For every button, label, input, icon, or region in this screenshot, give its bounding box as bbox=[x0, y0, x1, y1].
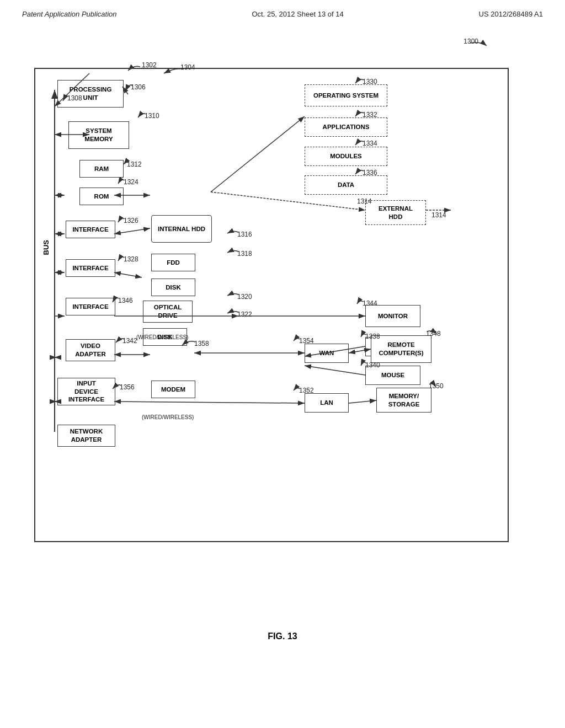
header-right: US 2012/268489 A1 bbox=[479, 10, 543, 18]
ref-1348: 1348 bbox=[426, 330, 441, 338]
header-left: Patent Application Publication bbox=[22, 10, 117, 18]
data-box: DATA bbox=[305, 175, 387, 195]
video-adapter-box: VIDEOADAPTER bbox=[66, 339, 115, 361]
processing-unit-box: PROCESSINGUNIT bbox=[57, 80, 124, 108]
ref-1342: 1342 bbox=[122, 337, 137, 345]
os-box: OPERATING SYSTEM bbox=[305, 84, 387, 106]
ref-1300: 1300 bbox=[463, 38, 478, 45]
ref-1318: 1318 bbox=[237, 250, 252, 258]
interface3-box: INTERFACE bbox=[66, 298, 115, 315]
outer-box-1302: BUS PROCESSINGUNIT SYSTEMMEMORY RAM ROM … bbox=[34, 68, 509, 542]
ref-1304: 1304 bbox=[180, 63, 195, 71]
wired-wireless-1: (WIRED/WIRELESS) bbox=[136, 334, 188, 340]
header: Patent Application Publication Oct. 25, … bbox=[0, 0, 565, 18]
ref-1354: 1354 bbox=[299, 337, 314, 345]
lan-box: LAN bbox=[305, 393, 349, 413]
rom-box: ROM bbox=[79, 188, 124, 205]
diagram-area: 1300 1302 BUS PROCESSINGUNIT SYSTEMMEMOR… bbox=[34, 35, 531, 614]
system-memory-box: SYSTEMMEMORY bbox=[68, 121, 129, 149]
ref-1326: 1326 bbox=[124, 217, 138, 224]
ref-1306: 1306 bbox=[131, 83, 146, 91]
ref-1314a: 1314 bbox=[357, 197, 372, 205]
figure-caption: FIG. 13 bbox=[268, 631, 297, 641]
ref-1338: 1338 bbox=[365, 333, 380, 340]
ref-1358: 1358 bbox=[194, 340, 209, 347]
optical-drive-box: OPTICALDRIVE bbox=[143, 301, 193, 323]
wired-wireless-2: (WIRED/WIRELESS) bbox=[142, 414, 194, 420]
page: Patent Application Publication Oct. 25, … bbox=[0, 0, 565, 728]
ref-1356: 1356 bbox=[120, 383, 135, 391]
ref-1316: 1316 bbox=[237, 231, 252, 238]
ref-1324: 1324 bbox=[124, 178, 138, 186]
ram-box: RAM bbox=[79, 160, 124, 178]
ref-1310: 1310 bbox=[145, 112, 159, 120]
external-hdd-box: EXTERNALHDD bbox=[365, 200, 426, 225]
ref-1312: 1312 bbox=[127, 160, 142, 168]
ref-1336: 1336 bbox=[363, 169, 377, 176]
ref-1322: 1322 bbox=[237, 311, 252, 318]
modem-box: MODEM bbox=[151, 381, 195, 398]
bus-label: BUS bbox=[42, 240, 50, 255]
disk1-box: DISK bbox=[151, 279, 195, 296]
interface2-box: INTERFACE bbox=[66, 259, 115, 277]
ref-1340: 1340 bbox=[365, 361, 380, 369]
ref-1334: 1334 bbox=[363, 140, 377, 147]
ref-1352: 1352 bbox=[299, 387, 314, 394]
modules-box: MODULES bbox=[305, 147, 387, 166]
ref-1314b: 1314 bbox=[431, 211, 446, 219]
interface1-box: INTERFACE bbox=[66, 221, 115, 238]
internal-hdd-box: INTERNAL HDD bbox=[151, 215, 212, 243]
applications-box: APPLICATIONS bbox=[305, 117, 387, 137]
memory-storage-box: MEMORY/STORAGE bbox=[376, 388, 431, 413]
ref-1346: 1346 bbox=[118, 297, 133, 304]
network-adapter-box: NETWORKADAPTER bbox=[57, 425, 115, 447]
ref-1330: 1330 bbox=[363, 78, 377, 85]
ref-1332: 1332 bbox=[363, 111, 377, 119]
ref-1344: 1344 bbox=[363, 299, 377, 307]
ref-1320: 1320 bbox=[237, 293, 252, 301]
input-device-interface-box: INPUTDEVICEINTERFACE bbox=[57, 378, 115, 405]
ref-1350: 1350 bbox=[429, 382, 444, 390]
fdd-box: FDD bbox=[151, 254, 195, 271]
header-center: Oct. 25, 2012 Sheet 13 of 14 bbox=[252, 10, 343, 18]
ref-1328: 1328 bbox=[124, 255, 138, 263]
monitor-box: MONITOR bbox=[365, 305, 420, 327]
ref-1308: 1308 bbox=[67, 94, 82, 102]
wan-box: WAN bbox=[305, 344, 349, 363]
